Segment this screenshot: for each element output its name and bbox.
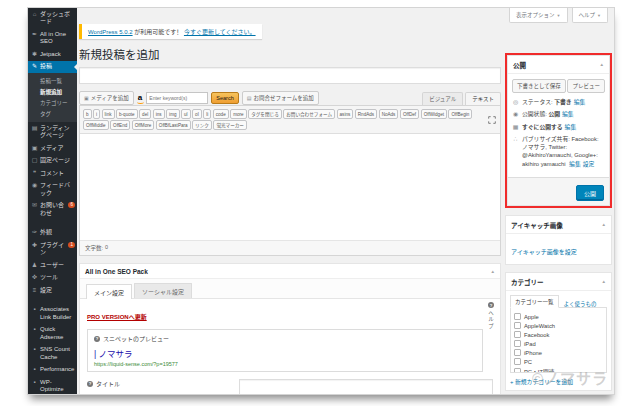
help-circle-icon[interactable]: ? xyxy=(87,381,93,387)
quicktag-button[interactable]: NoAds xyxy=(379,109,399,119)
quicktag-button[interactable]: OffBfLastPara xyxy=(156,120,191,130)
quicktag-button[interactable]: RndAds xyxy=(355,109,377,119)
quicktag-button[interactable]: タグを閉じる xyxy=(248,109,282,119)
featured-image-header[interactable]: アイキャッチ画像 ▲ xyxy=(506,216,611,234)
amazon-search-button[interactable]: Search xyxy=(211,92,238,104)
add-media-button[interactable]: ▣ メディアを追加 xyxy=(79,91,134,105)
sidebar-item[interactable]: ✱ Jetpack xyxy=(28,48,77,61)
sidebar-item[interactable]: ▣ メディア xyxy=(28,142,77,155)
set-featured-image-link[interactable]: アイキャッチ画像を設定 xyxy=(511,249,577,255)
quicktag-button[interactable]: code xyxy=(213,109,229,119)
quicktag-button[interactable]: i xyxy=(93,109,100,119)
submenu-item[interactable]: 投稿一覧 xyxy=(28,75,77,86)
submenu-item[interactable]: 新規追加 xyxy=(28,86,77,97)
sidebar-item[interactable]: ▤ ランディングページ xyxy=(28,122,77,142)
post-title-input[interactable] xyxy=(79,67,501,84)
sidebar-item[interactable]: ▪ SNS Count Cache xyxy=(28,344,77,364)
sidebar-item[interactable]: ✉ お問い合わせ 6 xyxy=(28,200,77,220)
tab-text[interactable]: テキスト xyxy=(465,92,501,105)
wordpress-version-link[interactable]: WordPress 5.0.2 xyxy=(88,29,133,35)
submenu-item[interactable]: カテゴリー xyxy=(28,97,77,108)
help-circle-icon[interactable]: ? xyxy=(488,302,494,308)
quicktag-button[interactable]: OffMore xyxy=(132,120,155,130)
sidebar-item[interactable]: ◉ フィードバック xyxy=(28,180,77,200)
settings-link[interactable]: 設定 xyxy=(583,161,595,167)
screen-options-button[interactable]: 表示オプション ▼ xyxy=(509,8,567,23)
checkbox[interactable] xyxy=(514,331,521,338)
quicktag-button[interactable]: OffEnd xyxy=(110,120,130,130)
sidebar-item[interactable]: ❞ コメント xyxy=(28,167,77,180)
quicktag-button[interactable]: OffDef xyxy=(400,109,419,119)
edit-link[interactable]: 編集 xyxy=(569,161,581,167)
sidebar-item[interactable]: ▪ WP-Optimize xyxy=(28,376,77,395)
quicktag-button[interactable]: li xyxy=(203,109,211,119)
category-row[interactable]: Facebook xyxy=(514,331,603,338)
preview-button[interactable]: プレビュー xyxy=(567,79,605,93)
quicktag-button[interactable]: リンク xyxy=(192,120,212,130)
category-row[interactable]: PC xyxy=(514,358,603,365)
tab-main-settings[interactable]: メイン設定 xyxy=(86,284,132,299)
checkbox[interactable] xyxy=(514,358,521,365)
sidebar-item[interactable]: ✚ プラグイン 1 xyxy=(28,239,77,259)
update-now-link[interactable]: 今すぐ更新してください。 xyxy=(184,29,256,35)
tab-visual[interactable]: ビジュアル xyxy=(422,92,463,105)
quicktag-button[interactable]: ul xyxy=(181,109,191,119)
quicktag-button[interactable]: b-quote xyxy=(116,109,138,119)
submenu-item[interactable]: タグ xyxy=(28,108,77,119)
category-row[interactable]: Apple xyxy=(514,313,603,320)
checkbox[interactable] xyxy=(514,313,521,320)
category-row[interactable]: AppleWatch xyxy=(514,322,603,329)
sidebar-item[interactable]: ▢ 固定ページ xyxy=(28,155,77,168)
toggle-panel-icon[interactable]: ▲ xyxy=(600,62,604,67)
quicktag-button[interactable]: OffBegin xyxy=(448,109,472,119)
quicktag-button[interactable]: link xyxy=(102,109,115,119)
seo-title-input[interactable] xyxy=(239,379,493,395)
category-row[interactable]: iPhone xyxy=(514,349,603,356)
quicktag-button[interactable]: 蛍光マーカー xyxy=(213,120,247,130)
add-category-link[interactable]: + 新規カテゴリーを追加 xyxy=(506,373,611,390)
quicktag-button[interactable]: OffMiddle xyxy=(83,120,109,130)
help-circle-icon[interactable]: ? xyxy=(94,336,100,342)
checkbox[interactable] xyxy=(514,349,521,356)
checkbox[interactable] xyxy=(514,340,521,347)
sidebar-item[interactable]: ✑ 外観 xyxy=(28,227,77,240)
sidebar-item[interactable]: ▪ Quick Adsense xyxy=(28,324,77,344)
sidebar-item[interactable]: ✒ All in One SEO xyxy=(28,28,77,48)
tab-all-categories[interactable]: カテゴリー一覧 xyxy=(510,295,559,308)
toggle-panel-icon[interactable]: ▲ xyxy=(602,279,606,284)
publish-panel-header[interactable]: 公開 ▲ xyxy=(508,56,609,74)
add-contact-form-button[interactable]: ▤ お問合せフォームを追加 xyxy=(242,91,319,105)
quicktag-button[interactable]: img xyxy=(166,109,179,119)
quicktag-button[interactable]: お問い合わせフォーム xyxy=(283,109,335,119)
quicktag-button[interactable]: b xyxy=(83,109,92,119)
tab-social-settings[interactable]: ソーシャル設定 xyxy=(134,283,192,298)
sidebar-item[interactable]: ✜ ツール xyxy=(28,272,77,285)
category-row[interactable]: iPad xyxy=(514,340,603,347)
amazon-keyword-input[interactable] xyxy=(146,92,208,104)
edit-link[interactable]: 編集 xyxy=(574,99,586,105)
quicktag-button[interactable]: ins xyxy=(153,109,165,119)
toggle-panel-icon[interactable]: ▲ xyxy=(602,222,606,227)
sidebar-item[interactable]: ▪ Performance xyxy=(28,364,77,377)
edit-link[interactable]: 編集 xyxy=(565,124,577,130)
toggle-panel-icon[interactable]: ▲ xyxy=(491,269,495,274)
categories-list[interactable]: Apple AppleWatch Facebook xyxy=(510,307,607,373)
save-draft-button[interactable]: 下書きとして保存 xyxy=(512,79,566,93)
quicktag-button[interactable]: ol xyxy=(192,109,202,119)
quicktag-button[interactable]: more xyxy=(230,109,246,119)
post-content-textarea[interactable] xyxy=(80,134,500,240)
sidebar-item[interactable]: ▪ Associates Link Builder xyxy=(28,304,77,324)
quicktag-button[interactable]: OffWidget xyxy=(421,109,447,119)
help-button[interactable]: ヘルプ ▼ xyxy=(572,8,608,23)
sidebar-item[interactable]: ♟ ユーザー xyxy=(28,259,77,272)
categories-header[interactable]: カテゴリー ▲ xyxy=(506,273,611,291)
sidebar-item[interactable]: ⌂ ダッシュボード xyxy=(28,8,77,28)
quicktag-button[interactable]: del xyxy=(139,109,151,119)
sidebar-item[interactable]: ≡ 設定 xyxy=(28,284,77,297)
edit-link[interactable]: 編集 xyxy=(562,111,574,117)
sidebar-item[interactable]: ✎ 投稿 xyxy=(28,61,77,74)
checkbox[interactable] xyxy=(514,322,521,329)
pro-version-link[interactable]: PRO VERSIONへ更新 xyxy=(87,314,147,320)
publish-button[interactable]: 公開 xyxy=(576,185,604,201)
fullscreen-icon[interactable] xyxy=(488,110,496,128)
